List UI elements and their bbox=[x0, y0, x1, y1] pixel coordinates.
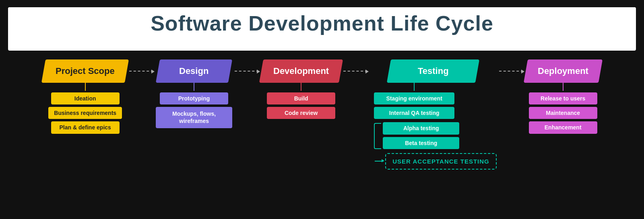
column-design: Design Prototyping Mockups, flows, wiref… bbox=[156, 59, 232, 128]
column-project-scope: Project Scope Ideation Business requirem… bbox=[43, 59, 127, 134]
dashed-arrow-1 bbox=[129, 71, 153, 72]
sub-item-build: Build bbox=[267, 92, 335, 104]
arrow-4 bbox=[497, 59, 526, 83]
arrow-1 bbox=[127, 59, 156, 83]
sub-item-staging: Staging environment bbox=[374, 92, 454, 104]
sub-item-prototyping: Prototyping bbox=[160, 92, 228, 104]
testing-brace-group: Alpha testing Beta testing bbox=[374, 122, 459, 149]
sub-item-beta-testing: Beta testing bbox=[383, 137, 459, 149]
sub-items-development: Build Code review bbox=[267, 92, 335, 119]
phase-header-design: Design bbox=[156, 59, 232, 83]
phase-header-deployment: Deployment bbox=[524, 59, 603, 83]
sub-item-business-requirements: Business requirements bbox=[48, 107, 122, 119]
diagram-area: Project Scope Ideation Business requirem… bbox=[8, 59, 636, 215]
sub-item-code-review: Code review bbox=[267, 107, 335, 119]
arrow-3 bbox=[341, 59, 370, 83]
sub-item-plan-define-epics: Plan & define epics bbox=[51, 121, 120, 133]
vline-design bbox=[194, 83, 194, 91]
sub-item-alpha-testing: Alpha testing bbox=[383, 122, 459, 134]
sub-item-ideation: Ideation bbox=[51, 92, 120, 104]
column-development: Development Build Code review bbox=[261, 59, 341, 119]
phase-header-project-scope: Project Scope bbox=[41, 59, 129, 83]
column-testing: Testing Staging environment Internal QA … bbox=[370, 59, 497, 170]
sub-items-project-scope: Ideation Business requirements Plan & de… bbox=[48, 92, 122, 134]
brace-items: Alpha testing Beta testing bbox=[383, 122, 459, 149]
sub-item-internal-qa: Internal QA testing bbox=[374, 107, 454, 119]
uat-container: USER ACCEPTANCE TESTING bbox=[375, 153, 497, 170]
column-deployment: Deployment Release to users Maintenance … bbox=[526, 59, 601, 134]
uat-box: USER ACCEPTANCE TESTING bbox=[385, 153, 497, 170]
sub-item-mockups: Mockups, flows, wireframes bbox=[156, 107, 232, 128]
vline-deployment bbox=[563, 83, 564, 91]
vline-development bbox=[301, 83, 301, 91]
dashed-arrow-2 bbox=[235, 71, 259, 72]
brace-line bbox=[374, 123, 381, 149]
sub-item-enhancement: Enhancement bbox=[529, 121, 597, 133]
sub-items-design: Prototyping Mockups, flows, wireframes bbox=[156, 92, 232, 128]
uat-arrow bbox=[375, 161, 384, 162]
arrow-2 bbox=[232, 59, 261, 83]
dashed-arrow-3 bbox=[343, 71, 367, 72]
phase-header-testing: Testing bbox=[387, 59, 479, 83]
sub-item-release: Release to users bbox=[529, 92, 597, 104]
sub-items-deployment: Release to users Maintenance Enhancement bbox=[529, 92, 597, 134]
page-title: Software Development Life Cycle bbox=[8, 7, 636, 39]
dashed-arrow-4 bbox=[499, 71, 523, 72]
phase-header-development: Development bbox=[259, 59, 343, 83]
sub-item-maintenance: Maintenance bbox=[529, 107, 597, 119]
vline-project-scope bbox=[85, 83, 86, 91]
